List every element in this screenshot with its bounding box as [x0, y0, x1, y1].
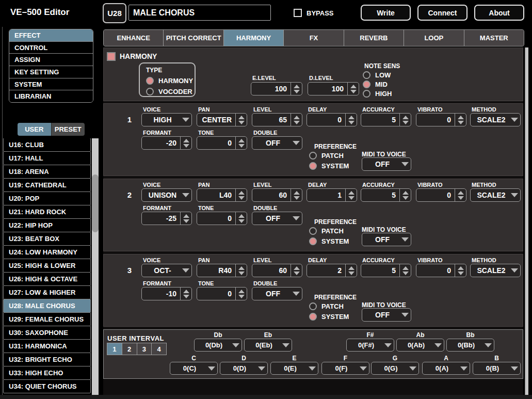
midi-to-voice-select[interactable]: OFF — [362, 233, 411, 246]
patch-list-item[interactable]: U27: LOW & HIGHER — [3, 285, 91, 299]
interval-select[interactable]: 0(C) — [170, 362, 218, 375]
spinner-arrows-icon[interactable] — [180, 288, 191, 300]
type-vocoder-radio[interactable]: VOCODER — [146, 88, 192, 95]
scrollbar-thumb[interactable] — [92, 174, 99, 232]
patch-list-item[interactable]: U31: HARMONICA — [3, 339, 91, 353]
patch-list-item[interactable]: U20: POP — [3, 191, 91, 205]
radio-icon[interactable] — [309, 152, 317, 159]
d-level-spinner[interactable]: 100 — [308, 82, 359, 95]
spinner-arrows-icon[interactable] — [180, 137, 191, 149]
formant-spinner[interactable]: -10 — [141, 287, 192, 300]
spinner-arrows-icon[interactable] — [235, 114, 247, 126]
double-select[interactable]: OFF — [252, 287, 302, 300]
effect-tab[interactable]: ENHANCE — [104, 30, 164, 46]
patch-list-item[interactable]: U24: LOW HARMONY — [3, 245, 91, 259]
spinner-arrows-icon[interactable] — [235, 212, 247, 225]
formant-spinner[interactable]: -20 — [141, 136, 192, 150]
double-select[interactable]: OFF — [252, 136, 302, 150]
level-spinner[interactable]: 65 — [252, 113, 302, 126]
sidebar-nav-item[interactable]: EFFECT — [9, 29, 93, 42]
spinner-arrows-icon[interactable] — [291, 114, 302, 126]
spinner-arrows-icon[interactable] — [291, 83, 302, 95]
midi-to-voice-select[interactable]: OFF — [362, 157, 411, 171]
radio-icon[interactable] — [363, 81, 370, 88]
interval-select[interactable]: 0(B) — [473, 362, 521, 375]
patch-list-item[interactable]: U28: MALE CHORUS — [3, 299, 91, 313]
spinner-arrows-icon[interactable] — [455, 264, 466, 277]
bypass-control[interactable]: BYPASS — [294, 9, 334, 17]
sidebar-nav-item[interactable]: ASSIGN — [9, 54, 93, 66]
sidebar-nav-item[interactable]: CONTROL — [9, 42, 93, 54]
harmony-enable-indicator[interactable] — [107, 52, 116, 61]
delay-spinner[interactable]: 1 — [307, 188, 357, 202]
spinner-arrows-icon[interactable] — [345, 114, 357, 126]
voice-select[interactable]: OCT- — [141, 264, 192, 277]
patch-list-item[interactable]: U17: HALL — [3, 151, 91, 165]
accuracy-spinner[interactable]: 5 — [361, 188, 411, 202]
patch-name-input[interactable] — [128, 5, 271, 21]
patch-list-item[interactable]: U26: HIGH & OCTAVE — [3, 272, 91, 286]
midi-to-voice-select[interactable]: OFF — [362, 308, 411, 322]
interval-select[interactable]: 0(F) — [321, 362, 369, 375]
patch-list-item[interactable]: U34: QUIET CHORUS — [3, 379, 91, 393]
pan-spinner[interactable]: L40 — [197, 188, 247, 202]
effect-tab[interactable]: FX — [284, 30, 344, 46]
radio-icon[interactable] — [363, 90, 370, 98]
voice-select[interactable]: UNISON — [141, 188, 192, 202]
patch-list-item[interactable]: U30: SAXOPHONE — [3, 326, 91, 340]
radio-icon[interactable] — [309, 313, 317, 321]
interval-select[interactable]: 0(D) — [220, 362, 268, 375]
tone-spinner[interactable]: 0 — [197, 212, 247, 225]
delay-spinner[interactable]: 0 — [307, 113, 357, 126]
spinner-arrows-icon[interactable] — [455, 114, 466, 126]
tone-spinner[interactable]: 0 — [197, 287, 247, 300]
spinner-arrows-icon[interactable] — [399, 114, 411, 126]
spinner-arrows-icon[interactable] — [291, 264, 302, 277]
spinner-arrows-icon[interactable] — [399, 189, 411, 201]
library-tab[interactable]: PRESET — [52, 123, 85, 136]
effect-tab[interactable]: HARMONY — [224, 30, 284, 46]
spinner-arrows-icon[interactable] — [235, 189, 247, 201]
vibrato-spinner[interactable]: 0 — [416, 264, 466, 277]
method-select[interactable]: SCALE2 — [470, 264, 521, 277]
delay-spinner[interactable]: 2 — [307, 264, 357, 277]
spinner-arrows-icon[interactable] — [235, 288, 247, 300]
patch-list-item[interactable]: U16: CLUB — [3, 138, 91, 152]
preference-patch-radio[interactable]: PATCH — [309, 302, 344, 310]
patch-list-scrollbar[interactable] — [92, 138, 99, 395]
spinner-arrows-icon[interactable] — [345, 264, 357, 277]
level-spinner[interactable]: 60 — [252, 188, 302, 202]
method-select[interactable]: SCALE2 — [470, 188, 521, 202]
radio-icon[interactable] — [146, 77, 154, 85]
accuracy-spinner[interactable]: 5 — [361, 113, 411, 126]
radio-icon[interactable] — [363, 71, 370, 79]
patch-list-item[interactable]: U23: BEAT BOX — [3, 232, 91, 246]
connect-button[interactable]: Connect — [417, 5, 467, 21]
sidebar-nav-item[interactable]: LIBRARIAN — [9, 90, 93, 102]
preference-patch-radio[interactable]: PATCH — [309, 227, 344, 235]
patch-list-item[interactable]: U21: HARD ROCK — [3, 205, 91, 219]
sidebar-nav-item[interactable]: KEY SETTING — [9, 66, 93, 78]
formant-spinner[interactable]: -25 — [141, 212, 192, 225]
patch-list-item[interactable]: U33: HIGH ECHO — [3, 366, 91, 380]
vibrato-spinner[interactable]: 0 — [416, 188, 466, 202]
interval-select[interactable]: 0(E) — [270, 362, 318, 375]
note-sens-low-radio[interactable]: LOW — [363, 71, 391, 79]
pan-spinner[interactable]: CENTER — [197, 113, 247, 126]
patch-list-item[interactable]: U25: HIGH & LOWER — [3, 259, 91, 273]
radio-icon[interactable] — [309, 162, 317, 170]
write-button[interactable]: Write — [361, 5, 411, 21]
accuracy-spinner[interactable]: 5 — [361, 264, 411, 277]
radio-icon[interactable] — [309, 227, 317, 235]
type-harmony-radio[interactable]: HARMONY — [146, 77, 193, 85]
double-select[interactable]: OFF — [252, 212, 302, 225]
spinner-arrows-icon[interactable] — [180, 212, 191, 225]
effect-tab[interactable]: MASTER — [464, 30, 524, 46]
note-sens-mid-radio[interactable]: MID — [363, 81, 388, 88]
vibrato-spinner[interactable]: 0 — [416, 113, 466, 126]
patch-list-item[interactable]: U32: BRIGHT ECHO — [3, 353, 91, 366]
method-select[interactable]: SCALE2 — [470, 113, 521, 126]
patch-list-item[interactable]: U29: FEMALE CHORUS — [3, 312, 91, 326]
preference-system-radio[interactable]: SYSTEM — [309, 313, 349, 321]
patch-list-item[interactable]: U22: HIP HOP — [3, 218, 91, 232]
